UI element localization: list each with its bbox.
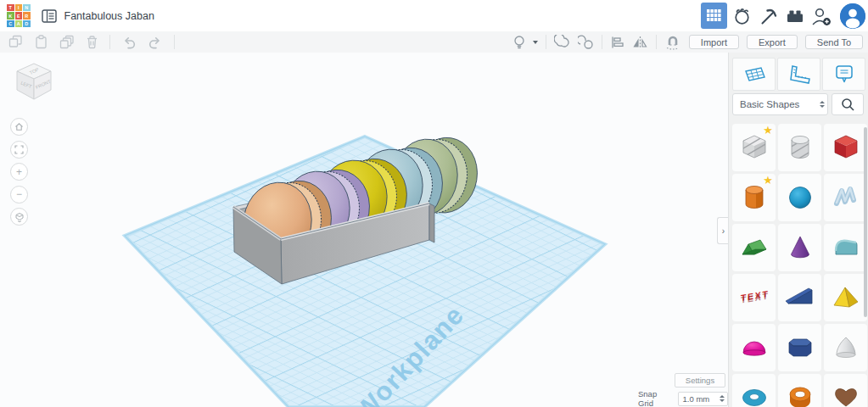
ungroup-icon[interactable] <box>578 35 594 50</box>
stepper-arrows-icon <box>720 395 725 402</box>
shape-box-hole[interactable]: ★ <box>732 124 776 171</box>
logo-cell: T <box>7 4 14 12</box>
ruler-tool-tab[interactable] <box>777 58 820 91</box>
shape-cone[interactable] <box>778 224 821 271</box>
logo-cell: I <box>15 4 23 12</box>
show-all-icon[interactable] <box>513 35 525 50</box>
shape-half-sphere[interactable] <box>732 324 776 371</box>
shape-pyramid[interactable] <box>824 274 867 321</box>
account-avatar[interactable] <box>840 3 865 29</box>
favorite-star-icon[interactable]: ★ <box>763 124 773 137</box>
divider <box>602 35 602 49</box>
viewport-3d[interactable]: Workplane <box>0 53 728 407</box>
sim-lab-icon[interactable] <box>731 4 753 27</box>
snap-magnet-icon[interactable] <box>664 35 681 50</box>
logo-cell: K <box>7 12 14 20</box>
grid-settings-button[interactable]: Settings <box>675 373 725 387</box>
divider <box>109 35 110 49</box>
shape-text[interactable]: TEXTTEXT <box>732 274 776 321</box>
home-view-button[interactable] <box>10 118 28 136</box>
shape-wedge[interactable] <box>778 274 821 321</box>
shape-torus[interactable] <box>732 374 776 407</box>
fit-view-button[interactable] <box>10 141 28 159</box>
shape-box[interactable] <box>824 124 867 171</box>
mirror-icon[interactable] <box>632 36 648 49</box>
delete-icon[interactable] <box>86 35 98 49</box>
search-shapes-button[interactable] <box>832 93 864 115</box>
toolbar: Import Export Send To <box>0 31 868 53</box>
logo-cell: N <box>23 4 31 12</box>
shape-category-value: Basic Shapes <box>740 99 799 109</box>
view-cube[interactable]: TOP LEFT FRONT <box>10 59 58 107</box>
divider <box>546 35 546 49</box>
shape-tube[interactable] <box>778 374 821 407</box>
workplane-tool-tab[interactable] <box>732 58 776 91</box>
shape-cylinder[interactable]: ★ <box>732 174 776 221</box>
favorite-star-icon[interactable]: ★ <box>763 174 773 187</box>
invite-collaborator-icon[interactable] <box>809 4 832 27</box>
shapes-panel: Basic Shapes ★ ★ <box>728 53 868 407</box>
tinkercad-app: T I N K E R C A D Fantabulous Jaban <box>0 0 868 407</box>
view-controls: + − <box>10 118 28 231</box>
edit-tools <box>0 35 175 49</box>
logo-cell: C <box>7 20 14 28</box>
shape-paraboloid[interactable] <box>824 324 867 371</box>
undo-icon[interactable] <box>121 36 137 49</box>
design-properties-icon[interactable] <box>41 8 58 25</box>
paste-icon[interactable] <box>34 35 48 49</box>
blocks-grid-icon[interactable] <box>701 3 727 29</box>
minecraft-pickaxe-icon[interactable] <box>757 4 780 27</box>
arrange-tools: Import Export Send To <box>513 35 868 50</box>
divider <box>174 35 175 49</box>
align-icon[interactable] <box>610 36 624 49</box>
duplicate-icon[interactable] <box>59 35 75 49</box>
notes-tool-tab[interactable] <box>822 58 865 91</box>
shape-heart[interactable] <box>824 374 867 407</box>
zoom-in-button[interactable]: + <box>10 163 28 181</box>
design-title[interactable]: Fantabulous Jaban <box>64 10 154 22</box>
panel-scrollbar[interactable] <box>864 127 867 317</box>
header-actions <box>701 3 868 29</box>
shape-category-dropdown[interactable]: Basic Shapes <box>732 93 828 115</box>
show-all-dropdown-caret[interactable] <box>533 41 538 44</box>
zoom-out-button[interactable]: − <box>10 186 28 204</box>
tinkercad-logo[interactable]: T I N K E R C A D <box>7 4 31 28</box>
logo-cell: R <box>23 12 31 20</box>
shape-cylinder-hole[interactable] <box>778 124 821 171</box>
lego-brick-icon[interactable] <box>783 4 806 27</box>
logo-cell: A <box>15 20 23 28</box>
search-icon <box>841 98 855 112</box>
panel-collapse-handle[interactable]: › <box>717 217 728 244</box>
redo-icon[interactable] <box>148 36 163 49</box>
toggle-perspective-button[interactable] <box>10 208 28 226</box>
shape-polygon[interactable] <box>778 324 821 371</box>
export-button[interactable]: Export <box>747 35 798 49</box>
snap-grid-control: Snap Grid 1.0 mm <box>638 389 728 407</box>
logo-cell: E <box>15 12 23 20</box>
send-to-button[interactable]: Send To <box>805 35 863 49</box>
dropdown-arrows-icon <box>820 101 825 108</box>
scene-3d: Workplane <box>0 53 728 407</box>
shape-sphere[interactable] <box>778 174 821 221</box>
divider <box>656 35 657 49</box>
snap-grid-dropdown[interactable]: 1.0 mm <box>678 392 728 406</box>
shape-round-roof[interactable] <box>824 224 867 271</box>
shape-roof[interactable] <box>732 224 776 271</box>
group-icon[interactable] <box>554 35 570 50</box>
copy-icon[interactable] <box>8 35 23 49</box>
shape-scribble[interactable] <box>824 174 867 221</box>
snap-grid-value: 1.0 mm <box>683 394 710 404</box>
header: T I N K E R C A D Fantabulous Jaban <box>0 0 868 32</box>
import-button[interactable]: Import <box>689 35 739 49</box>
snap-grid-label: Snap Grid <box>638 389 674 407</box>
logo-cell: D <box>23 20 31 28</box>
